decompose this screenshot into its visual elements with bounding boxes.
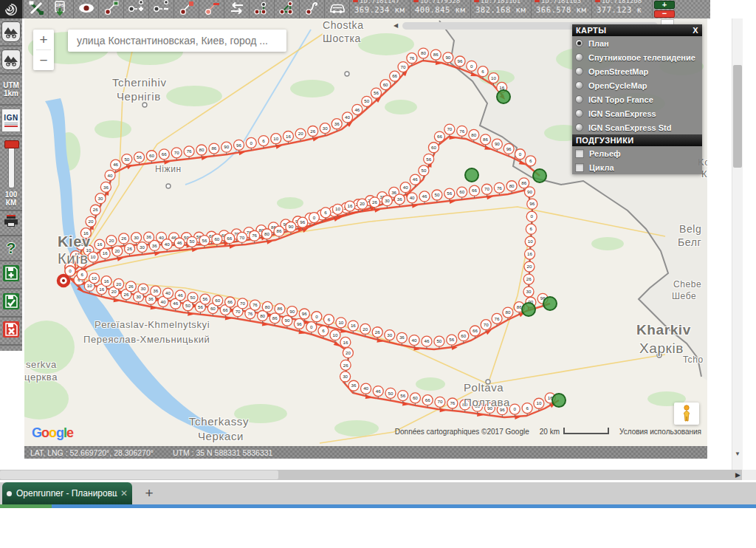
- toolbar-eye-view-button[interactable]: [74, 0, 99, 18]
- radio-icon[interactable]: [575, 81, 583, 89]
- svg-text:20: 20: [109, 238, 114, 243]
- svg-text:6: 6: [481, 69, 484, 74]
- add-route-button[interactable]: +: [654, 1, 675, 9]
- toolbar-reverse-route-button[interactable]: [224, 0, 250, 18]
- toolbar-edit-tools-button[interactable]: [24, 0, 49, 18]
- new-tab-button[interactable]: +: [142, 486, 157, 501]
- map-label: Tcho: [683, 355, 704, 365]
- openrunner-logo-icon[interactable]: [0, 0, 24, 18]
- toolbar-polyline-close-button[interactable]: [275, 0, 300, 18]
- route-add-remove-group: + −: [653, 0, 676, 18]
- route-panel[interactable]: ID:7181161382.168 км: [471, 0, 532, 18]
- save-delete-icon: [2, 321, 20, 341]
- map-canvas[interactable]: 0610162026303640465056606670768086909606…: [24, 18, 707, 446]
- svg-text:80: 80: [471, 132, 476, 137]
- vertical-scrollbar-thumb[interactable]: [733, 65, 742, 168]
- radio-icon[interactable]: [575, 39, 583, 47]
- route-panel[interactable]: ID:7181163366.578 км: [532, 0, 592, 18]
- toolbar-end-segment-button[interactable]: [174, 0, 199, 18]
- sidebar-ign-layer-button[interactable]: IGN: [0, 106, 22, 137]
- map-scroll-left-icon[interactable]: ◀: [394, 22, 398, 29]
- vertical-scrollbar[interactable]: ▼: [732, 18, 743, 470]
- svg-text:0: 0: [313, 215, 316, 220]
- svg-text:90: 90: [527, 189, 532, 194]
- route-remove-dash-icon[interactable]: [535, 0, 540, 2]
- route-remove-dash-icon[interactable]: [353, 0, 358, 2]
- checkbox-icon[interactable]: [575, 163, 584, 172]
- tab-close-icon[interactable]: ✕: [117, 488, 128, 499]
- google-logo[interactable]: Google: [32, 425, 73, 441]
- pegman-button[interactable]: [674, 403, 699, 425]
- svg-text:6: 6: [324, 210, 327, 215]
- sidebar-save-confirm-button[interactable]: [0, 290, 22, 318]
- horizontal-scrollbar-thumb[interactable]: [0, 470, 278, 479]
- zoom-in-button[interactable]: +: [33, 30, 54, 49]
- map-label: Pereïaslav-Khmelnytskyi: [94, 319, 210, 330]
- sidebar-help-button[interactable]: ?: [0, 236, 22, 261]
- layers-panel-close-icon[interactable]: X: [693, 26, 698, 35]
- svg-text:60: 60: [431, 145, 436, 150]
- layer-option-ign-scanexpress[interactable]: IGN ScanExpress: [572, 106, 702, 120]
- svg-text:36: 36: [146, 234, 151, 239]
- route-id-text: ID:7181147: [360, 0, 399, 4]
- sidebar-utm-grid-toggle-button[interactable]: UTM1km: [0, 75, 22, 106]
- help-icon: ?: [7, 239, 16, 257]
- route-panel[interactable]: ID:7181268377.123 к: [592, 0, 653, 18]
- zoom-slider-handle[interactable]: [4, 140, 19, 148]
- toolbar-gps-download-button[interactable]: GPS: [49, 0, 74, 18]
- active-tab[interactable]: Openrunner - Планировщ ✕: [2, 482, 132, 504]
- layer-option-спутниковое-телевидение[interactable]: Спутниковое телевидение: [572, 50, 702, 64]
- map-label: Шостка: [323, 32, 361, 44]
- svg-text:90: 90: [284, 318, 289, 323]
- horizontal-scrollbar[interactable]: ▶: [0, 470, 742, 480]
- sidebar-route-marker-preview-2-button[interactable]: [0, 47, 22, 75]
- route-remove-dash-icon[interactable]: [474, 0, 479, 2]
- toolbar-remove-segment-button[interactable]: [199, 0, 224, 18]
- zoom-slider-track[interactable]: [8, 141, 15, 188]
- sidebar-save-delete-button[interactable]: [0, 318, 22, 346]
- toolbar-car-route-button[interactable]: [325, 0, 350, 18]
- svg-text:70: 70: [484, 322, 489, 327]
- map-label: Белг: [678, 236, 701, 248]
- route-remove-dash-icon[interactable]: [413, 0, 419, 2]
- sidebar-route-marker-preview-1-button[interactable]: [0, 18, 22, 47]
- sidebar-print-button[interactable]: [0, 211, 22, 236]
- checkbox-icon[interactable]: [575, 149, 584, 158]
- overlay-layers-list: РельефЦикла: [572, 146, 702, 174]
- svg-text:46: 46: [113, 162, 118, 167]
- radio-icon[interactable]: [575, 67, 583, 75]
- sidebar-save-new-button[interactable]: [0, 261, 22, 290]
- layer-option-opencyclemap[interactable]: OpenCycleMap: [572, 78, 702, 92]
- route-distance: 366.578 км: [532, 5, 591, 14]
- route-remove-dash-icon[interactable]: [595, 0, 600, 2]
- radio-icon[interactable]: [575, 123, 583, 131]
- layer-option-ign-scanexpress-std[interactable]: IGN ScanExpress Std: [572, 120, 702, 134]
- route-id-text: ID:7179528: [420, 0, 460, 4]
- zoom-out-button[interactable]: −: [33, 50, 54, 70]
- map-label: Tcherkassy: [189, 415, 249, 428]
- layer-option-ign-topo-france[interactable]: IGN Topo France: [572, 92, 702, 106]
- toolbar-curve-path-button[interactable]: [300, 0, 325, 18]
- toolbar-delete-point-button[interactable]: [149, 0, 174, 18]
- overlay-option-цикла[interactable]: Цикла: [572, 160, 702, 174]
- scroll-down-icon[interactable]: ▼: [732, 451, 743, 457]
- toolbar-polyline-nodes-button[interactable]: [250, 0, 275, 18]
- sidebar-zoom-slider-button[interactable]: 100КМ: [0, 137, 22, 211]
- terms-link[interactable]: Условия использования: [619, 428, 701, 436]
- radio-icon[interactable]: [575, 95, 583, 103]
- scroll-right-icon[interactable]: ▶: [735, 471, 740, 479]
- toolbar-insert-point-button[interactable]: [124, 0, 149, 18]
- search-input[interactable]: [68, 30, 286, 52]
- svg-text:90: 90: [288, 224, 293, 229]
- toolbar-add-point-button[interactable]: [99, 0, 124, 18]
- layer-option-openstreetmap[interactable]: OpenStreetMap: [572, 64, 702, 78]
- route-panel[interactable]: ID:7181147369.234 км: [350, 0, 410, 18]
- radio-icon[interactable]: [575, 53, 583, 61]
- mtb-marker-icon: [1, 21, 21, 42]
- route-panel[interactable]: ID:7179528400.845 км: [410, 0, 471, 18]
- remove-route-button[interactable]: −: [654, 10, 675, 18]
- overlay-option-рельеф[interactable]: Рельеф: [572, 146, 702, 160]
- layer-option-план[interactable]: План: [572, 36, 702, 50]
- svg-text:76: 76: [409, 55, 414, 61]
- radio-icon[interactable]: [575, 109, 583, 117]
